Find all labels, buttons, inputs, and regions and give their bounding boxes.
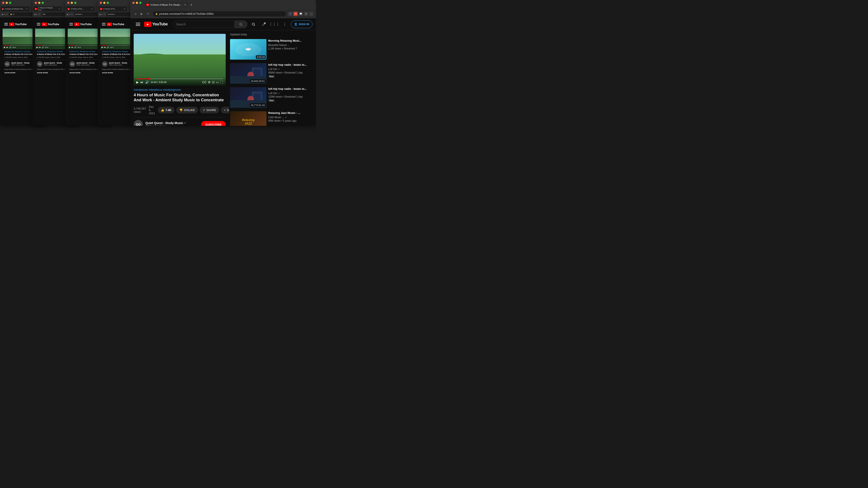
sidebar-item-info-4: Relaxing Jazz Music - ... Cafe Music ...…: [268, 111, 312, 126]
progress-dot: [148, 78, 150, 80]
sidebar-item-morning-relaxing[interactable]: 3:53:33 Morning Relaxing Musi... Beautif…: [229, 38, 313, 61]
channel-row: QQ Quiet Quest - Study Music ✓ 385K subs…: [134, 117, 226, 126]
progress-bar[interactable]: [136, 78, 223, 79]
sidebar-item-meta-3: 129M views • Streamed 1 day: [268, 95, 312, 98]
like-button[interactable]: 👍 7.4K: [158, 107, 175, 113]
save-icon: +: [224, 108, 226, 112]
svg-line-3: [254, 25, 255, 26]
new-badge-2: New: [268, 75, 275, 78]
ext-icon-5[interactable]: ⋮: [309, 12, 313, 16]
small-menu-icon-4[interactable]: [102, 23, 105, 25]
bg-avatar-4: QQ: [102, 61, 107, 67]
maximize-dot[interactable]: [9, 2, 11, 4]
volume-btn[interactable]: 🔊: [145, 80, 149, 84]
sidebar-item-lofi-2[interactable]: 20,772:51:34 lofi hip hop radio - beats …: [229, 86, 313, 109]
address-input[interactable]: 🔒 youtube.com/watch?v=m80E1K75vDI&t=2080…: [152, 11, 286, 17]
sidebar-item-info-3: lofi hip hop radio - beats to... Lofi Gi…: [268, 87, 312, 108]
minimize-dot-4[interactable]: [103, 2, 105, 4]
theater-btn[interactable]: ▭: [216, 80, 219, 84]
subscribe-button[interactable]: SUBSCRIBE: [201, 121, 226, 126]
maximize-dot-3[interactable]: [74, 2, 76, 4]
small-logo-text-3: YouTube: [80, 23, 92, 26]
maximize-btn[interactable]: [139, 2, 142, 4]
minimize-dot[interactable]: [6, 2, 8, 4]
small-logo-text-2: YouTube: [48, 23, 59, 26]
fullscreen-btn[interactable]: ⛶: [220, 80, 223, 84]
new-tab-button[interactable]: +: [188, 2, 194, 8]
more-options-btn[interactable]: ⋮: [280, 20, 289, 29]
share-button[interactable]: ↗ SHARE: [199, 107, 219, 113]
time-display: 34:40 / 3:56:40: [151, 81, 166, 84]
miniplayer-btn[interactable]: ⊡: [212, 80, 215, 84]
search-icon-btn[interactable]: [249, 20, 258, 29]
avatar-letters: QQ: [136, 123, 141, 126]
small-menu-icon-3[interactable]: [69, 23, 73, 25]
bg-time-3: 34:4: [78, 46, 81, 48]
sidebar-item-channel-1: Beautiful Nature ...: [268, 43, 312, 46]
ext-icon-4[interactable]: ⚙: [304, 12, 308, 16]
close-dot-2[interactable]: [35, 2, 37, 4]
ext-icon-1[interactable]: ⬇: [288, 12, 292, 16]
sidebar-item-jazz[interactable]: RelaxingJAZZ 3:33:09 Relaxing Jazz Music…: [229, 110, 313, 126]
minimize-dot-3[interactable]: [71, 2, 73, 4]
small-yt-logo-2: ▶ YouTube: [42, 23, 59, 26]
reload-button[interactable]: ↻: [146, 11, 151, 16]
bg-time-2: 34:4: [45, 46, 49, 48]
subtitles-btn[interactable]: CC: [202, 80, 207, 84]
settings-btn[interactable]: ⚙: [208, 80, 211, 84]
close-dot[interactable]: [2, 2, 4, 4]
play-pause-btn[interactable]: ▶: [136, 80, 139, 84]
thumb-duration-3: 20,772:51:34: [250, 103, 266, 107]
share-label: SHARE: [206, 108, 216, 112]
menu-line: [136, 24, 140, 25]
sidebar-item-lofi-1[interactable]: 20,843:43:51 lofi hip hop radio - beats …: [229, 62, 313, 85]
sidebar-item-title-1: Morning Relaxing Musi...: [268, 39, 312, 43]
video-player[interactable]: ▶ ⏭ 🔊 34:40 / 3:56:40 CC ⚙ ⊡ ▭ ⛶: [134, 34, 226, 86]
channel-info: Quiet Quest - Study Music ✓ 385K subscri…: [145, 121, 198, 126]
video-meta-row: 2,740,557 views Dec 6, 2021 👍 7.4K 👎 DIS…: [134, 105, 226, 115]
small-menu-icon-2[interactable]: [37, 23, 40, 25]
ext-icon-3[interactable]: 💬: [299, 12, 303, 16]
ext-icon-2[interactable]: 15: [293, 12, 298, 16]
sidebar-item-meta-4: 85M views • 5 years ago: [268, 119, 312, 122]
yt-logo-text: YouTube: [152, 22, 168, 27]
verified-icon: ✓: [184, 122, 186, 125]
maximize-dot-2[interactable]: [42, 2, 44, 4]
youtube-sidebar: Updated today 3:53:33 M: [229, 30, 316, 126]
main-tab-active[interactable]: ▶ 4 Hours of Music For Studying... ✕: [145, 2, 188, 8]
minimize-btn[interactable]: [136, 2, 138, 4]
small-menu-icon-1[interactable]: [4, 23, 8, 25]
svg-point-7: [249, 48, 251, 50]
svg-point-0: [240, 23, 242, 25]
yt-logo[interactable]: YouTube: [144, 22, 168, 27]
small-logo-text-4: YouTube: [113, 23, 124, 26]
search-button[interactable]: [235, 21, 247, 28]
close-dot-3[interactable]: [67, 2, 69, 4]
apps-icon-btn[interactable]: ⋮⋮⋮: [270, 20, 279, 29]
next-btn[interactable]: ⏭: [141, 80, 144, 84]
sidebar-item-info-2: lofi hip hop radio - beats to... Lofi Gi…: [268, 63, 312, 84]
minimize-dot-2[interactable]: [38, 2, 40, 4]
share-icon: ↗: [203, 108, 205, 112]
main-browser-window: ▶ 4 Hours of Music For Studying... ✕ + ◀…: [130, 0, 316, 126]
sign-in-label: SIGN IN: [299, 23, 309, 26]
close-dot-4[interactable]: [100, 2, 102, 4]
sign-in-button[interactable]: 👤 SIGN IN: [291, 21, 312, 28]
updated-text: Updated today: [229, 33, 313, 36]
maximize-dot-4[interactable]: [107, 2, 109, 4]
main-tab-title: 4 Hours of Music For Studying...: [150, 3, 183, 6]
forward-button[interactable]: ▶: [139, 11, 144, 16]
small-logo-icon-3: ▶: [74, 23, 80, 26]
mic-icon-btn[interactable]: 🎤: [259, 20, 268, 29]
search-input[interactable]: [173, 21, 235, 28]
dislike-button[interactable]: 👎 DISLIKE: [176, 107, 198, 113]
main-tab-close[interactable]: ✕: [184, 3, 186, 6]
back-button[interactable]: ◀: [133, 11, 137, 16]
close-btn[interactable]: [132, 2, 134, 4]
save-button[interactable]: + SAVE: [221, 107, 229, 113]
yt-menu-button[interactable]: [134, 20, 142, 29]
sidebar-thumb-1: 3:53:33: [230, 39, 267, 60]
youtube-header: YouTube 🎤 ⋮⋮⋮: [130, 18, 316, 30]
extension-icons: ⬇ 15 💬 ⚙ ⋮: [288, 12, 313, 16]
menu-line: [136, 23, 140, 23]
